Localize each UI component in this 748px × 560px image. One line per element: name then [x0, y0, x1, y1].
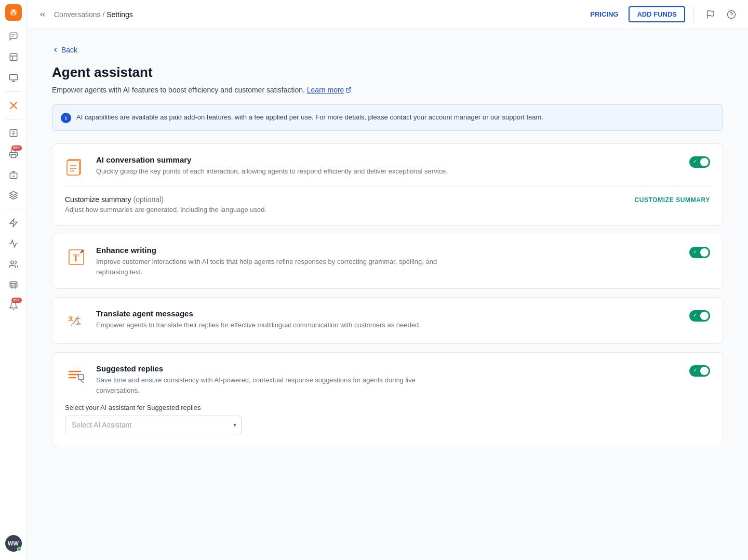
suggested-replies-desc: Save time and ensure consistency with AI…: [96, 375, 460, 395]
breadcrumb-base: Conversations: [54, 10, 101, 19]
sidebar-item-messages[interactable]: [4, 276, 23, 295]
ai-summary-title: AI conversation summary: [96, 155, 681, 164]
sidebar-item-reports[interactable]: [4, 124, 23, 142]
feature-card-translate: 文 A Translate agent messages Empower age…: [52, 297, 723, 344]
translate-body: Translate agent messages Empower agents …: [96, 309, 681, 330]
suggested-replies-icon: [65, 364, 88, 387]
card-divider: [65, 186, 710, 187]
ai-summary-body: AI conversation summary Quickly grasp th…: [96, 155, 681, 177]
ai-summary-desc: Quickly grasp the key points of each int…: [96, 166, 460, 177]
enhance-writing-desc: Improve customer interactions with AI to…: [96, 257, 460, 277]
customize-desc: Adjust how summaries are generated, incl…: [65, 206, 266, 214]
svg-point-1: [12, 9, 15, 11]
sidebar-item-bot[interactable]: [4, 165, 23, 184]
feature-header-suggested: Suggested replies Save time and ensure c…: [65, 364, 710, 395]
customize-row: Customize summary (optional) Adjust how …: [65, 195, 710, 214]
svg-line-12: [348, 88, 351, 91]
suggested-replies-title: Suggested replies: [96, 364, 681, 373]
svg-rect-5: [11, 155, 16, 158]
suggested-replies-body: Suggested replies Save time and ensure c…: [96, 364, 681, 395]
feature-header-enhance: T Enhance writing Improve customer inter…: [65, 246, 710, 277]
feature-card-enhance-writing: T Enhance writing Improve customer inter…: [52, 234, 723, 289]
header-actions: PRICING ADD FUNDS: [584, 6, 740, 23]
select-ai-assistant-wrap: Select AI Assistant ▾: [65, 416, 242, 434]
add-funds-button[interactable]: ADD FUNDS: [629, 6, 685, 22]
breadcrumb: Conversations / Settings: [54, 10, 133, 19]
sidebar-item-terminal[interactable]: [4, 69, 23, 87]
svg-rect-2: [10, 54, 17, 61]
translate-toggle[interactable]: ✓: [689, 310, 710, 322]
enhance-writing-body: Enhance writing Improve customer interac…: [96, 246, 681, 277]
sidebar-divider-2: [5, 119, 22, 119]
ai-summary-icon: [65, 155, 88, 178]
notifications-badge: 99+: [11, 298, 22, 303]
svg-rect-26: [78, 375, 84, 380]
sidebar-divider-3: [5, 209, 22, 209]
sidebar: 99+ 99+ WW: [0, 0, 27, 560]
feature-header-ai-summary: AI conversation summary Quickly grasp th…: [65, 155, 710, 178]
info-banner: i AI capabilities are available as paid …: [52, 104, 723, 131]
breadcrumb-separator: /: [101, 10, 107, 19]
svg-text:T: T: [73, 253, 79, 263]
subtitle-text: Empower agents with AI features to boost…: [52, 86, 305, 94]
sidebar-item-x[interactable]: [4, 96, 23, 115]
main-content: Conversations / Settings PRICING ADD FUN…: [27, 0, 748, 560]
customize-info: Customize summary (optional) Adjust how …: [65, 195, 266, 214]
flag-icon[interactable]: [702, 6, 719, 23]
customize-summary-button[interactable]: CUSTOMIZE SUMMARY: [634, 196, 710, 204]
learn-more-label: Learn more: [307, 86, 344, 94]
sidebar-item-chart[interactable]: [4, 234, 23, 253]
header-divider: [693, 6, 694, 23]
sidebar-item-integrations[interactable]: [4, 186, 23, 205]
page-title: Agent assistant: [52, 64, 723, 81]
sidebar-divider-1: [5, 91, 22, 92]
translate-icon: 文 A: [65, 309, 88, 332]
back-link[interactable]: Back: [52, 46, 723, 54]
ai-summary-toggle[interactable]: ✓: [689, 156, 710, 168]
customize-title: Customize summary (optional): [65, 195, 266, 204]
sidebar-item-team[interactable]: [4, 255, 23, 274]
app-logo[interactable]: [5, 4, 22, 21]
svg-point-7: [10, 261, 14, 264]
optional-label: (optional): [133, 195, 163, 204]
pricing-button[interactable]: PRICING: [584, 7, 624, 21]
user-avatar[interactable]: WW: [5, 535, 22, 552]
select-assistant-section: Select your AI assistant for Suggested r…: [65, 404, 710, 434]
learn-more-link[interactable]: Learn more: [307, 86, 352, 94]
select-ai-assistant[interactable]: Select AI Assistant: [65, 416, 242, 434]
sidebar-item-analytics[interactable]: [4, 214, 23, 232]
feature-card-ai-summary: AI conversation summary Quickly grasp th…: [52, 143, 723, 225]
suggested-replies-toggle[interactable]: ✓: [689, 365, 710, 377]
sidebar-item-conversations[interactable]: [4, 27, 23, 46]
svg-rect-14: [67, 161, 79, 175]
select-label: Select your AI assistant for Suggested r…: [65, 404, 710, 411]
collapse-sidebar-button[interactable]: [35, 7, 50, 22]
page-header: Conversations / Settings PRICING ADD FUN…: [27, 0, 748, 29]
enhance-writing-title: Enhance writing: [96, 246, 681, 255]
sidebar-item-inbox[interactable]: [4, 48, 23, 66]
sidebar-item-print[interactable]: 99+: [4, 144, 23, 163]
avatar-initials: WW: [8, 540, 19, 546]
page-content: Back Agent assistant Empower agents with…: [27, 29, 748, 560]
breadcrumb-current: Settings: [106, 10, 133, 19]
online-indicator: [17, 547, 21, 551]
help-icon[interactable]: [723, 6, 740, 23]
feature-header-translate: 文 A Translate agent messages Empower age…: [65, 309, 710, 332]
sidebar-item-notifications[interactable]: 99+: [4, 297, 23, 315]
back-label: Back: [61, 46, 77, 54]
translate-desc: Empower agents to translate their replie…: [96, 320, 460, 330]
svg-rect-3: [9, 74, 17, 80]
feature-card-suggested-replies: Suggested replies Save time and ensure c…: [52, 352, 723, 446]
page-subtitle: Empower agents with AI features to boost…: [52, 86, 723, 94]
info-icon: i: [61, 113, 71, 123]
enhance-writing-icon: T: [65, 246, 88, 269]
svg-text:文: 文: [68, 315, 74, 322]
info-text: AI capabilities are available as paid ad…: [76, 112, 543, 123]
translate-title: Translate agent messages: [96, 309, 681, 318]
enhance-writing-toggle[interactable]: ✓: [689, 247, 710, 258]
print-badge: 99+: [11, 145, 22, 151]
